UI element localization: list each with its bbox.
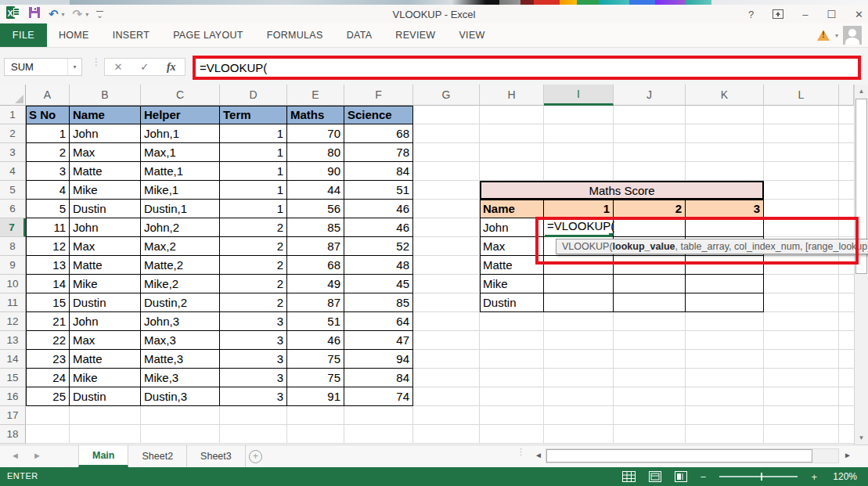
column-header-E[interactable]: E: [287, 85, 344, 106]
left-table-cell[interactable]: 14: [26, 275, 70, 293]
left-table-cell[interactable]: 87: [287, 293, 344, 312]
warning-icon[interactable]: !: [816, 29, 830, 41]
select-all-corner[interactable]: [0, 85, 26, 106]
warning-dropdown-caret[interactable]: ▾: [835, 32, 838, 39]
left-table-cell[interactable]: Mike: [70, 275, 141, 293]
undo-icon[interactable]: ↶: [49, 7, 59, 21]
right-table-name-cell[interactable]: Matte: [480, 256, 544, 275]
left-table-cell[interactable]: 3: [26, 162, 70, 181]
normal-view-icon[interactable]: [622, 471, 636, 482]
row-header-11[interactable]: 11: [0, 293, 26, 312]
row-header-7[interactable]: 7: [0, 218, 26, 237]
left-table-cell[interactable]: Mike,1: [141, 181, 220, 200]
left-table-cell[interactable]: Matte,3: [141, 350, 220, 369]
left-table-cell[interactable]: Dustin: [70, 387, 141, 406]
cancel-entry-icon[interactable]: ✕: [113, 61, 122, 73]
left-table-cell[interactable]: Mike: [70, 369, 141, 387]
help-button[interactable]: ?: [748, 9, 754, 20]
zoom-level[interactable]: 120%: [830, 471, 857, 482]
left-table-cell[interactable]: 4: [26, 181, 70, 200]
tab-file[interactable]: FILE: [0, 23, 47, 47]
scroll-up-icon[interactable]: ▲: [855, 85, 868, 98]
left-table-cell[interactable]: 2: [220, 256, 287, 275]
tab-review[interactable]: REVIEW: [384, 23, 447, 47]
left-table-cell[interactable]: Dustin,1: [141, 200, 220, 218]
column-header-G[interactable]: G: [413, 85, 480, 106]
left-table-cell[interactable]: 52: [344, 237, 413, 256]
left-table-cell[interactable]: 64: [344, 312, 413, 331]
zoom-slider-thumb[interactable]: [761, 473, 762, 481]
row-header-17[interactable]: 17: [0, 406, 26, 425]
left-table-cell[interactable]: 56: [287, 200, 344, 218]
left-table-cell[interactable]: John: [70, 218, 141, 237]
left-table-header-cell[interactable]: Maths: [287, 106, 344, 124]
left-table-cell[interactable]: 44: [287, 181, 344, 200]
row-header-4[interactable]: 4: [0, 162, 26, 181]
right-table-header-cell[interactable]: 1: [544, 200, 614, 218]
page-layout-view-icon[interactable]: [649, 471, 661, 482]
sheet-tab-sheet2[interactable]: Sheet2: [128, 445, 187, 467]
name-box[interactable]: SUM ▾: [4, 58, 82, 76]
active-cell-formula-text[interactable]: =VLOOKUP(: [547, 219, 614, 232]
left-table-cell[interactable]: Matte: [70, 162, 141, 181]
row-header-1[interactable]: 1: [0, 106, 26, 124]
scroll-down-icon[interactable]: ▼: [855, 431, 868, 445]
tab-data[interactable]: DATA: [335, 23, 384, 47]
right-table-empty-cell[interactable]: [614, 256, 686, 275]
left-table-cell[interactable]: Max: [70, 237, 141, 256]
left-table-cell[interactable]: 45: [344, 275, 413, 293]
right-table-empty-cell[interactable]: [686, 275, 764, 293]
left-table-cell[interactable]: 74: [344, 387, 413, 406]
confirm-entry-icon[interactable]: ✓: [140, 61, 149, 73]
left-table-cell[interactable]: Mike,3: [141, 369, 220, 387]
row-header-8[interactable]: 8: [0, 237, 26, 256]
right-table-empty-cell[interactable]: [686, 293, 764, 312]
left-table-cell[interactable]: Dustin,3: [141, 387, 220, 406]
left-table-cell[interactable]: 1: [220, 143, 287, 162]
left-table-cell[interactable]: Matte: [70, 256, 141, 275]
left-table-cell[interactable]: John,3: [141, 312, 220, 331]
vertical-scrollbar[interactable]: ▲ ▼: [854, 85, 868, 445]
right-table-name-cell[interactable]: Mike: [480, 275, 544, 293]
left-table-cell[interactable]: 48: [344, 256, 413, 275]
row-header-12[interactable]: 12: [0, 312, 26, 331]
column-header-I[interactable]: I: [544, 85, 614, 106]
left-table-cell[interactable]: 1: [220, 181, 287, 200]
sheet-nav-right-icon[interactable]: ►: [33, 451, 41, 460]
right-table-empty-cell[interactable]: [686, 218, 764, 237]
tab-home[interactable]: HOME: [47, 23, 101, 47]
column-header-A[interactable]: A: [26, 85, 70, 106]
maximize-button[interactable]: ☐: [827, 9, 836, 20]
right-table-name-cell[interactable]: Max: [480, 237, 544, 256]
customize-qat-icon[interactable]: ⌄: [96, 11, 103, 18]
zoom-slider[interactable]: [719, 476, 798, 477]
column-header-D[interactable]: D: [220, 85, 287, 106]
left-table-cell[interactable]: Dustin: [70, 200, 141, 218]
left-table-cell[interactable]: 1: [26, 124, 70, 143]
left-table-cell[interactable]: 5: [26, 200, 70, 218]
left-table-header-cell[interactable]: Science: [344, 106, 413, 124]
left-table-cell[interactable]: 46: [344, 200, 413, 218]
left-table-cell[interactable]: 12: [26, 237, 70, 256]
right-table-empty-cell[interactable]: [614, 293, 686, 312]
ribbon-display-options-icon[interactable]: [773, 9, 783, 19]
right-table-empty-cell[interactable]: [686, 256, 764, 275]
left-table-header-cell[interactable]: S No: [26, 106, 70, 124]
hscroll-right-icon[interactable]: ►: [844, 451, 852, 459]
row-header-15[interactable]: 15: [0, 369, 26, 387]
left-table-cell[interactable]: 46: [287, 331, 344, 350]
left-table-cell[interactable]: 68: [344, 124, 413, 143]
left-table-cell[interactable]: 85: [287, 218, 344, 237]
left-table-cell[interactable]: Matte,1: [141, 162, 220, 181]
row-header-16[interactable]: 16: [0, 387, 26, 406]
left-table-cell[interactable]: Matte: [70, 350, 141, 369]
undo-dropdown-caret[interactable]: ▾: [62, 11, 65, 18]
left-table-cell[interactable]: 47: [344, 331, 413, 350]
sheet-nav-left-icon[interactable]: ◄: [11, 451, 20, 460]
right-table-empty-cell[interactable]: [614, 275, 686, 293]
left-table-cell[interactable]: 75: [287, 350, 344, 369]
minimize-button[interactable]: –: [802, 9, 808, 20]
left-table-cell[interactable]: 2: [220, 218, 287, 237]
left-table-cell[interactable]: Dustin,2: [141, 293, 220, 312]
row-header-13[interactable]: 13: [0, 331, 26, 350]
